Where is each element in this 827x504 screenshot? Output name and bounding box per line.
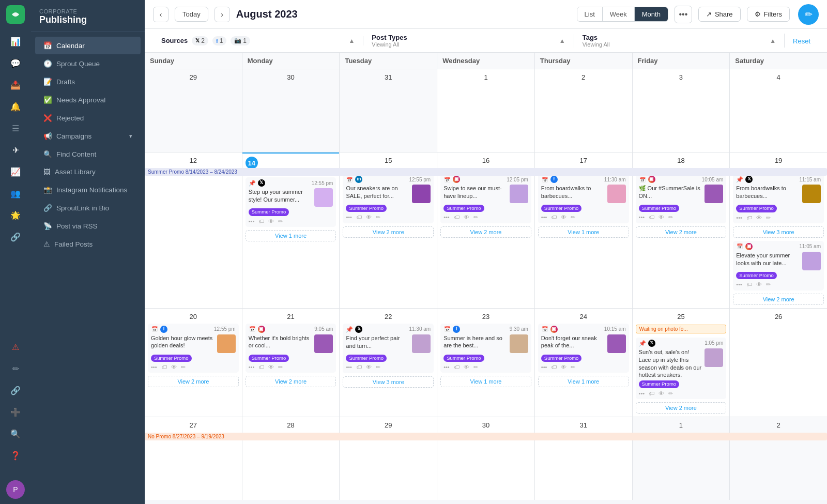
- tags-toggle[interactable]: ▲: [770, 37, 776, 44]
- view-more-button-2[interactable]: View 2 more: [733, 294, 824, 305]
- tag-icon[interactable]: 🏷: [258, 363, 264, 371]
- post-card[interactable]: 📌 𝕏 12:55 pm Step up your summer style! …: [246, 177, 336, 227]
- twitter-badge[interactable]: 𝕏 2: [192, 36, 208, 45]
- more-icon[interactable]: •••: [541, 363, 547, 371]
- post-card[interactable]: 📅 ▣ 10:15 am Don't forget our sneak peak…: [538, 324, 629, 373]
- month-view-button[interactable]: Month: [634, 7, 668, 21]
- nav-icon-publish[interactable]: ✈: [6, 141, 25, 159]
- edit-icon[interactable]: ✏: [571, 363, 575, 371]
- view-more-button[interactable]: View 2 more: [246, 376, 336, 387]
- more-icon[interactable]: •••: [443, 363, 450, 371]
- edit-icon[interactable]: ✏: [766, 281, 771, 288]
- view-more-button[interactable]: View 1 more: [538, 226, 629, 238]
- eye-icon[interactable]: 👁: [366, 363, 372, 371]
- edit-icon[interactable]: ✏: [376, 213, 380, 221]
- tag-icon[interactable]: 🏷: [356, 213, 362, 221]
- post-types-toggle[interactable]: ▲: [559, 37, 565, 44]
- more-icon[interactable]: •••: [249, 218, 255, 225]
- eye-icon[interactable]: 👁: [756, 214, 762, 221]
- more-icon[interactable]: •••: [443, 213, 450, 221]
- nav-icon-chain[interactable]: 🔗: [6, 381, 25, 400]
- post-card[interactable]: 📅 ▣ 10:05 am 🌿 Our #SummerSale is ON... …: [636, 174, 727, 223]
- more-icon[interactable]: •••: [346, 363, 352, 371]
- edit-icon[interactable]: ✏: [668, 213, 673, 221]
- view-more-button[interactable]: View 3 more: [343, 376, 434, 388]
- view-more-button[interactable]: View 1 more: [440, 376, 531, 387]
- nav-icon-reviews[interactable]: 🌟: [6, 206, 25, 224]
- nav-icon-notifications[interactable]: 🔔: [6, 97, 25, 116]
- nav-icon-help[interactable]: ❓: [6, 446, 25, 465]
- post-card[interactable]: 📌 𝕏 1:05 pm Sun's out, sale's on! Lace u…: [636, 338, 727, 399]
- sidebar-item-sproutlink[interactable]: 🔗 SproutLink in Bio: [35, 199, 141, 217]
- more-icon[interactable]: •••: [541, 213, 547, 221]
- tag-icon[interactable]: 🏷: [551, 363, 557, 371]
- view-more-button[interactable]: View 2 more: [343, 226, 434, 238]
- edit-icon[interactable]: ✏: [278, 218, 283, 225]
- share-button[interactable]: ↗ Share: [698, 7, 741, 22]
- filters-button[interactable]: ⚙ Filters: [747, 7, 790, 22]
- view-more-button[interactable]: View 2 more: [636, 402, 727, 414]
- nav-icon-messages[interactable]: 💬: [6, 54, 25, 72]
- more-icon[interactable]: •••: [736, 214, 742, 221]
- nav-icon-pen[interactable]: ✏: [6, 359, 25, 378]
- eye-icon[interactable]: 👁: [756, 281, 762, 288]
- sidebar-item-calendar[interactable]: 📅 Calendar: [35, 37, 141, 54]
- edit-icon[interactable]: ✏: [278, 363, 283, 371]
- more-icon[interactable]: •••: [346, 213, 352, 221]
- eye-icon[interactable]: 👁: [464, 213, 469, 221]
- facebook-badge[interactable]: f 1: [212, 36, 226, 45]
- nav-icon-inbox[interactable]: 📥: [6, 75, 25, 94]
- today-button[interactable]: Today: [175, 7, 208, 22]
- nav-icon-reports[interactable]: 📈: [6, 162, 25, 181]
- sidebar-item-needs-approval[interactable]: ✅ Needs Approval: [35, 91, 141, 109]
- eye-icon[interactable]: 👁: [366, 213, 372, 221]
- edit-icon[interactable]: ✏: [668, 390, 673, 397]
- sidebar-item-rejected[interactable]: ❌ Rejected: [35, 109, 141, 127]
- tag-icon[interactable]: 🏷: [258, 218, 264, 225]
- nav-icon-people[interactable]: 👥: [6, 184, 25, 203]
- nav-icon-search[interactable]: 🔍: [6, 424, 25, 443]
- post-card[interactable]: 📅 f 12:55 pm Golden hour glow meets gold…: [148, 324, 239, 373]
- instagram-badge[interactable]: 📷 1: [231, 36, 250, 45]
- more-icon[interactable]: •••: [736, 281, 742, 288]
- eye-icon[interactable]: 👁: [464, 363, 469, 371]
- post-card[interactable]: 📌 𝕏 11:30 am Find your perfect pair and …: [343, 324, 434, 373]
- user-avatar[interactable]: P: [6, 480, 25, 499]
- prev-month-button[interactable]: ‹: [153, 7, 169, 22]
- more-icon[interactable]: •••: [639, 213, 645, 221]
- edit-icon[interactable]: ✏: [571, 213, 575, 221]
- tag-icon[interactable]: 🏷: [551, 213, 557, 221]
- sidebar-item-drafts[interactable]: 📝 Drafts: [35, 73, 141, 90]
- view-more-button[interactable]: View 1 more: [538, 376, 629, 387]
- sidebar-item-campaigns[interactable]: 📢 Campaigns ▾: [35, 127, 141, 145]
- sidebar-item-failed-posts[interactable]: ⚠ Failed Posts: [35, 235, 141, 253]
- tag-icon[interactable]: 🏷: [454, 363, 460, 371]
- waiting-on-photo-bar[interactable]: Waiting on photo fo...: [636, 325, 727, 333]
- sidebar-item-post-via-rss[interactable]: 📡 Post via RSS: [35, 217, 141, 235]
- list-view-button[interactable]: List: [577, 7, 602, 21]
- sidebar-item-sprout-queue[interactable]: 🕐 Sprout Queue: [35, 55, 141, 72]
- tag-icon[interactable]: 🏷: [649, 390, 654, 397]
- eye-icon[interactable]: 👁: [658, 213, 664, 221]
- tag-icon[interactable]: 🏷: [356, 363, 362, 371]
- tag-icon[interactable]: 🏷: [161, 363, 167, 371]
- eye-icon[interactable]: 👁: [268, 218, 274, 225]
- nav-icon-link[interactable]: 🔗: [6, 227, 25, 246]
- more-icon[interactable]: •••: [151, 363, 157, 371]
- sidebar-item-asset-library[interactable]: 🖼 Asset Library: [35, 163, 141, 180]
- more-icon[interactable]: •••: [249, 363, 255, 371]
- post-card[interactable]: 📅 ▣ 12:05 pm Swipe to see our must-have …: [440, 174, 531, 223]
- tag-icon[interactable]: 🏷: [746, 281, 752, 288]
- view-more-button[interactable]: View 1 more: [246, 230, 336, 241]
- more-options-button[interactable]: •••: [675, 6, 692, 23]
- tag-icon[interactable]: 🏷: [649, 213, 654, 221]
- eye-icon[interactable]: 👁: [561, 213, 566, 221]
- next-month-button[interactable]: ›: [215, 7, 230, 22]
- eye-icon[interactable]: 👁: [268, 363, 274, 371]
- nav-icon-plus[interactable]: ➕: [6, 403, 25, 421]
- view-more-button[interactable]: View 3 more: [733, 226, 824, 238]
- edit-icon[interactable]: ✏: [473, 213, 478, 221]
- edit-icon[interactable]: ✏: [376, 363, 380, 371]
- post-card[interactable]: 📅 f 9:30 am Summer is here and so are th…: [440, 324, 531, 373]
- sidebar-item-instagram-notifications[interactable]: 📸 Instagram Notifications: [35, 181, 141, 198]
